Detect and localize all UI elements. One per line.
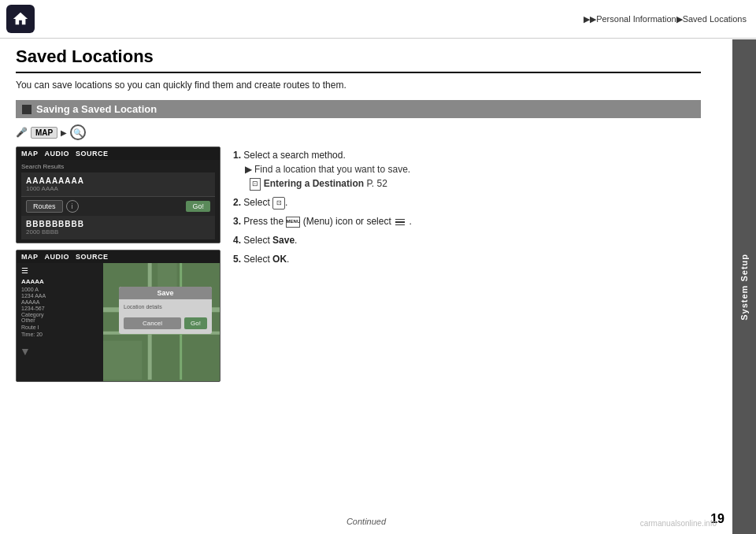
- step-2: 2. Select ⊡.: [233, 195, 701, 210]
- ss2-dialog-buttons: Cancel Go!: [119, 314, 212, 334]
- ss1-go-btn[interactable]: Go!: [186, 201, 210, 212]
- watermark: carmanualsonline.info: [640, 519, 717, 528]
- page-title: Saved Locations: [16, 46, 701, 73]
- main-content: Saved Locations You can save locations s…: [0, 39, 756, 390]
- step2-text: Select: [243, 197, 269, 208]
- ss1-item2-detail: 2000 BBBB: [26, 228, 210, 235]
- ss2-left-panel: ☰ AAAAA 1000 A 1234 AAA AAAAA 1234-567 C…: [17, 263, 103, 381]
- step3-line3: [395, 224, 405, 226]
- ss1-route-btn[interactable]: Routes: [26, 200, 63, 213]
- instructions-column: 1. Select a search method. ▶ Find a loca…: [233, 146, 701, 382]
- ss1-search-results-label: Search Results: [21, 163, 215, 170]
- step3-line1: [395, 219, 405, 221]
- ss2-route-time: Time: 20: [21, 332, 98, 337]
- ss2-map-btn: MAP: [21, 253, 39, 261]
- ss2-detail2: AAAAA: [21, 299, 98, 305]
- step5-period: .: [287, 254, 289, 265]
- icon-row: 🎤 MAP ▶ 🔍: [16, 124, 717, 140]
- step2-period: .: [285, 197, 287, 208]
- ss2-route-info: Route I: [21, 324, 98, 330]
- step2-num: 2.: [233, 197, 241, 208]
- step1-icon: ⊡: [250, 178, 261, 191]
- step-3: 3. Press the MENU (Menu) icon or select …: [233, 214, 701, 228]
- ss2-category-val: Other: [21, 317, 98, 323]
- screenshot-2: MAP AUDIO SOURCE ☰ AAAAA 1000 A 1234 AAA…: [16, 250, 220, 382]
- step1-num: 1.: [233, 150, 241, 161]
- ss2-nav-bar: MAP AUDIO SOURCE: [17, 250, 220, 263]
- map-button-icon: MAP: [31, 127, 57, 139]
- step3-text-mid: (Menu) icon or select: [303, 216, 391, 227]
- step3-line2: [395, 221, 405, 223]
- step2-icon: ⊡: [272, 197, 285, 210]
- step3-period: .: [409, 216, 411, 227]
- continued-text: Continued: [346, 517, 386, 526]
- step-5: 5. Select OK.: [233, 252, 701, 266]
- bottom-bar: Continued: [0, 517, 732, 526]
- ss2-category-label: Category: [21, 312, 43, 317]
- step4-period: .: [295, 235, 297, 246]
- screenshot-1: MAP AUDIO SOURCE Search Results AAAAAAAA…: [16, 146, 220, 243]
- ss1-route-row: Routes i Go!: [21, 197, 215, 216]
- ss1-body: Search Results AAAAAAAAA 1000 AAAA Route…: [17, 160, 220, 243]
- step3-menu-icon-box: MENU: [286, 217, 300, 228]
- step3-text-pre: Press the: [243, 216, 284, 227]
- step1-sub: Find a location that you want to save.: [254, 164, 410, 175]
- ss1-audio-btn: AUDIO: [45, 150, 70, 158]
- ss2-body: ☰ AAAAA 1000 A 1234 AAA AAAAA 1234-567 C…: [17, 263, 220, 381]
- step-4: 4. Select Save.: [233, 233, 701, 247]
- ss2-dialog-title: Save: [119, 287, 212, 299]
- ss2-cancel-btn[interactable]: Cancel: [124, 317, 181, 329]
- breadcrumb: ▶▶Personal Information▶Saved Locations: [584, 14, 747, 24]
- ss1-map-btn: MAP: [21, 150, 39, 158]
- ss2-menu-icon: ☰: [21, 266, 98, 275]
- step4-num: 4.: [233, 235, 241, 246]
- ss1-item-2: BBBBBBBBB 2000 BBBB: [21, 216, 215, 239]
- ss2-category: Category: [21, 312, 98, 317]
- home-icon: [12, 10, 29, 28]
- ss1-nav-bar: MAP AUDIO SOURCE: [17, 147, 220, 160]
- ss2-dialog-body: Location details: [119, 299, 212, 314]
- ss2-detail3: 1234-567: [21, 306, 98, 311]
- ss2-address2: 1000 A: [21, 287, 98, 292]
- ss2-map-area: Save Location details Cancel Go!: [103, 263, 220, 381]
- ss1-info-icon: i: [66, 200, 79, 213]
- step-1: 1. Select a search method. ▶ Find a loca…: [233, 148, 701, 191]
- ss1-item2-name: BBBBBBBBB: [26, 220, 210, 228]
- step3-menu-lines-icon: [395, 219, 405, 226]
- intro-text: You can save locations so you can quickl…: [16, 80, 717, 91]
- step3-num: 3.: [233, 216, 241, 227]
- ss1-item1-detail: 1000 AAAA: [26, 185, 210, 192]
- ss1-source-btn: SOURCE: [76, 150, 109, 158]
- section-header-square: [22, 105, 32, 114]
- step1-link[interactable]: Entering a Destination: [264, 178, 364, 189]
- step4-bold: Save: [272, 235, 295, 246]
- ss2-go-btn[interactable]: Go!: [184, 317, 207, 329]
- ss1-item1-name: AAAAAAAAA: [26, 176, 210, 185]
- home-button[interactable]: [6, 5, 35, 33]
- content-columns: MAP AUDIO SOURCE Search Results AAAAAAAA…: [16, 146, 701, 382]
- ss1-item-1: AAAAAAAAA 1000 AAAA: [21, 172, 215, 197]
- ss2-address1: AAAAA: [21, 278, 98, 285]
- ss2-audio-btn: AUDIO: [45, 253, 70, 261]
- step3-menu-label: MENU: [287, 218, 301, 225]
- section-header: Saving a Saved Location: [16, 100, 701, 118]
- step1-text: Select a search method.: [243, 150, 345, 161]
- section-title: Saving a Saved Location: [36, 103, 157, 115]
- search-circle-icon: 🔍: [70, 124, 86, 140]
- top-bar: ▶▶Personal Information▶Saved Locations: [0, 0, 756, 39]
- screenshots-column: MAP AUDIO SOURCE Search Results AAAAAAAA…: [16, 146, 220, 382]
- svg-rect-5: [103, 341, 142, 380]
- step5-num: 5.: [233, 254, 241, 265]
- step5-bold: OK: [272, 254, 287, 265]
- ss2-source-btn: SOURCE: [76, 253, 109, 261]
- triangle-icon: ▶: [61, 128, 67, 137]
- step1-page: P. 52: [366, 178, 387, 189]
- ss2-save-dialog: Save Location details Cancel Go!: [119, 287, 212, 334]
- step4-text: Select: [243, 235, 269, 246]
- mic-icon: 🎤: [16, 127, 28, 138]
- ss2-detail1: 1234 AAA: [21, 293, 98, 299]
- step5-text: Select: [243, 254, 269, 265]
- step1-link-row: ⊡ Entering a Destination P. 52: [239, 176, 701, 191]
- ss2-down-arrow: ▼: [20, 345, 31, 358]
- step1-arrow: ▶ Find a location that you want to save.: [239, 162, 701, 176]
